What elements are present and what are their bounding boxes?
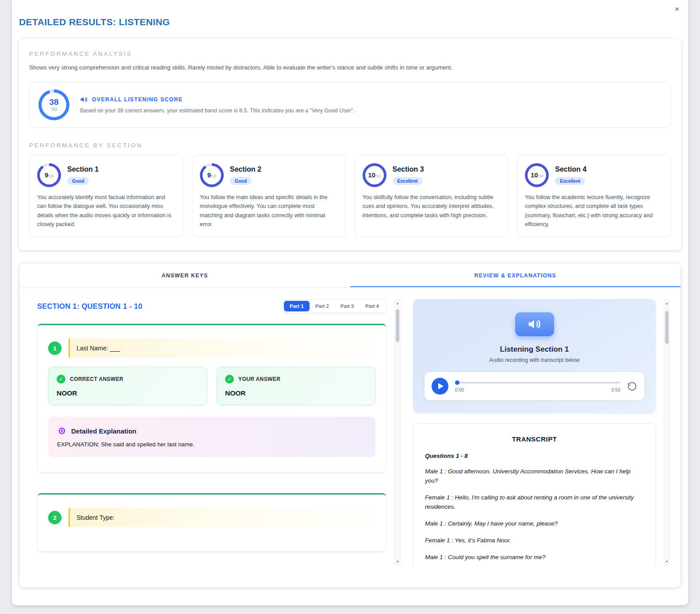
- correct-answer-value: NOOR: [57, 389, 199, 397]
- section-questions-heading: SECTION 1: QUESTION 1 - 10: [37, 302, 142, 311]
- section-4-description: You follow the academic lecture fluently…: [525, 193, 663, 229]
- progress-track[interactable]: [455, 382, 620, 384]
- your-answer-value: NOOR: [225, 389, 367, 397]
- section-1-score: 9: [45, 172, 48, 178]
- transcript-line: Male 1 : Could you spell the surname for…: [425, 553, 644, 562]
- scroll-down-icon[interactable]: ▼: [664, 558, 669, 565]
- audio-speaker-icon[interactable]: [515, 312, 554, 336]
- section-3-description: You skillfully follow the conversation, …: [363, 193, 501, 220]
- section-4-ring: 10 /10: [525, 163, 549, 187]
- question-text: Last Name: ___: [69, 338, 375, 358]
- close-icon[interactable]: ×: [673, 4, 681, 15]
- section-3-card: 10 /10 Section 3 Excellent You skillfull…: [355, 155, 509, 237]
- section-2-badge: Good: [230, 177, 252, 185]
- tab-content: SECTION 1: QUESTION 1 - 10 Part 1 Part 2…: [19, 288, 681, 565]
- scrollbar-track[interactable]: [395, 307, 400, 558]
- overall-score-box: 38 /40 OVERALL LISTENING SCORE Based on …: [29, 82, 671, 128]
- part-3-tab[interactable]: Part 3: [335, 301, 360, 311]
- duration: 5:52: [612, 387, 620, 392]
- transcript-line: Female 1 : Yes, it's Fatima Noor.: [425, 536, 644, 545]
- part-4-tab[interactable]: Part 4: [360, 301, 385, 311]
- question-card-1: 1 Last Name: ___ ✓ CORRECT ANSWER NOOR: [38, 324, 386, 472]
- progress-knob[interactable]: [455, 380, 459, 385]
- questions-scrollbar[interactable]: ▲ ▼: [394, 299, 401, 565]
- section-2-score: 9: [207, 172, 211, 178]
- transcript-heading: TRANSCRIPT: [425, 435, 644, 443]
- overall-score-text: OVERALL LISTENING SCORE Based on your 38…: [80, 96, 355, 114]
- section-1-card: 9 /10 Section 1 Good You accurately iden…: [29, 155, 183, 237]
- section-2-card: 9 /10 Section 2 Good You follow the main…: [192, 155, 346, 237]
- audio-player: 0:00 5:52: [425, 372, 644, 400]
- detailed-results-modal: × DETAILED RESULTS: LISTENING PERFORMANC…: [12, 0, 688, 605]
- audio-title: Listening Section 1: [425, 345, 644, 354]
- section-4-card: 10 /10 Section 4 Excellent You follow th…: [517, 155, 671, 237]
- question-text: Student Type:: [69, 508, 375, 527]
- section-1-badge: Good: [67, 177, 89, 185]
- performance-summary: Shows very strong comprehension and crit…: [29, 63, 671, 72]
- section-3-ring: 10 /10: [363, 163, 386, 187]
- part-1-tab[interactable]: Part 1: [284, 301, 310, 311]
- tab-review-explanations[interactable]: REVIEW & EXPLANATIONS: [350, 264, 681, 287]
- your-answer-box: ✓ YOUR ANSWER NOOR: [217, 367, 375, 405]
- section-4-title: Section 4: [555, 165, 586, 173]
- check-icon: ✓: [57, 375, 65, 384]
- question-number-badge: 1: [48, 342, 61, 355]
- review-panel: Listening Section 1 Audio recording with…: [413, 299, 656, 565]
- target-icon: [57, 426, 67, 436]
- play-button[interactable]: [432, 378, 448, 395]
- section-1-description: You accurately identify most factual inf…: [37, 193, 175, 229]
- audio-card: Listening Section 1 Audio recording with…: [413, 299, 656, 413]
- transcript-line: Male 1 : Good afternoon. University Acco…: [425, 467, 644, 486]
- review-scrollbar[interactable]: ▲ ▼: [664, 299, 670, 565]
- transcript-line: Male 1 : Certainly. May I have your name…: [425, 519, 644, 529]
- explanation-title: Detailed Explanation: [71, 427, 137, 435]
- replay-icon[interactable]: [627, 381, 637, 391]
- tab-answer-keys[interactable]: ANSWER KEYS: [19, 264, 350, 287]
- questions-panel: SECTION 1: QUESTION 1 - 10 Part 1 Part 2…: [37, 299, 386, 565]
- question-card-2: 2 Student Type:: [38, 493, 386, 551]
- scrollbar-track[interactable]: [664, 307, 669, 558]
- section-3-score: 10: [368, 172, 375, 178]
- overall-score-value: 38: [49, 98, 58, 106]
- section-2-title: Section 2: [230, 165, 261, 173]
- tab-bar: ANSWER KEYS REVIEW & EXPLANATIONS: [19, 264, 681, 288]
- section-1-ring: 9 /10: [37, 163, 61, 187]
- explanation-box: Detailed Explanation EXPLANATION: She sa…: [48, 417, 375, 457]
- scrollbar-thumb[interactable]: [665, 311, 669, 344]
- section-1-title: Section 1: [67, 165, 99, 173]
- section-3-badge: Excellent: [393, 177, 423, 185]
- progress-area: 0:00 5:52: [455, 380, 620, 392]
- part-2-tab[interactable]: Part 2: [310, 301, 335, 311]
- scroll-up-icon[interactable]: ▲: [395, 299, 400, 307]
- scroll-up-icon[interactable]: ▲: [664, 299, 669, 307]
- performance-analysis-card: PERFORMANCE ANALYSIS Shows very strong c…: [19, 39, 681, 250]
- results-detail-card: ANSWER KEYS REVIEW & EXPLANATIONS SECTIO…: [19, 264, 681, 587]
- section-2-description: You follow the main ideas and specific d…: [200, 193, 338, 229]
- overall-score-ring: 38 /40: [38, 89, 69, 120]
- transcript-line: Female 1 : Hello, I'm calling to ask abo…: [425, 493, 644, 512]
- your-answer-label: YOUR ANSWER: [238, 376, 280, 382]
- speaker-icon: [80, 96, 88, 104]
- section-grid: 9 /10 Section 1 Good You accurately iden…: [29, 155, 671, 237]
- play-icon: [438, 383, 444, 389]
- performance-analysis-heading: PERFORMANCE ANALYSIS: [29, 50, 671, 57]
- overall-score-ring-inner: 38 /40: [42, 92, 66, 117]
- correct-answer-label: CORRECT ANSWER: [70, 376, 123, 382]
- audio-subtitle: Audio recording with transcript below: [425, 357, 644, 363]
- part-tabs: Part 1 Part 2 Part 3 Part 4: [282, 299, 386, 313]
- overall-score-description: Based on your 38 correct answers, your e…: [80, 107, 355, 114]
- question-number-badge: 2: [48, 511, 61, 524]
- section-3-title: Section 3: [393, 165, 424, 173]
- current-time: 0:00: [455, 387, 464, 392]
- section-2-ring: 9 /10: [200, 163, 224, 187]
- section-4-badge: Excellent: [555, 177, 585, 185]
- transcript-subheading: Questions 1 - 8: [425, 453, 644, 459]
- overall-score-total: /40: [51, 107, 57, 112]
- page-title: DETAILED RESULTS: LISTENING: [12, 0, 688, 39]
- scroll-down-icon[interactable]: ▼: [395, 558, 400, 565]
- scrollbar-thumb[interactable]: [396, 309, 399, 342]
- explanation-text: EXPLANATION: She said and spelled her la…: [57, 441, 367, 448]
- correct-answer-box: ✓ CORRECT ANSWER NOOR: [48, 367, 207, 405]
- check-icon: ✓: [225, 375, 234, 384]
- performance-by-section-heading: PERFORMANCE BY SECTION: [29, 142, 671, 149]
